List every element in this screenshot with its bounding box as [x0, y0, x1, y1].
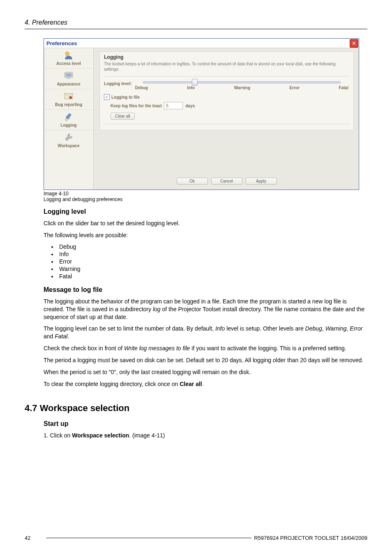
card-separator: [104, 76, 349, 76]
body-paragraph: The logging level can be set to limit th…: [44, 325, 367, 340]
card-separator-bottom: [104, 124, 349, 124]
sidebar-item-label: Appearance: [57, 82, 80, 86]
logging-level-heading: Logging level: [44, 208, 367, 215]
logging-level-row: Logging level: Debug Info Warning Error: [104, 79, 349, 90]
sidebar-item-access-level[interactable]: Access level: [44, 48, 93, 69]
sidebar-item-label: Access level: [56, 61, 81, 66]
list-item: Fatal: [58, 273, 367, 280]
footer-rule: [46, 538, 251, 538]
ok-button[interactable]: Ok: [177, 178, 208, 185]
tick-info: Info: [187, 86, 194, 90]
cancel-button[interactable]: Cancel: [211, 178, 242, 185]
body-paragraph: When the period is set to "0", only the …: [44, 368, 367, 376]
titlebar: Preferences ✕: [44, 39, 359, 48]
sidebar-item-workspace[interactable]: Workspace: [44, 130, 93, 150]
monitor-icon: [63, 70, 74, 81]
body-paragraph: The period a logging must be saved on di…: [44, 356, 367, 364]
workspace-selection-heading: 4.7 Workspace selection: [25, 403, 367, 414]
message-to-log-file-heading: Message to log file: [44, 286, 367, 294]
body-paragraph: Click on the slider bar to set the desir…: [44, 220, 367, 227]
sidebar-item-bug-reporting[interactable]: Bug reporting: [44, 89, 93, 110]
logging-to-file-row: ✓ Logging to file: [104, 94, 349, 100]
card-title: Logging: [104, 54, 349, 60]
envelope-icon: [63, 91, 74, 102]
window-title: Preferences: [44, 40, 77, 46]
dialog-body: Access level Appearance: [44, 48, 359, 190]
keep-files-prefix: Keep log files for the least: [111, 104, 161, 108]
keep-files-input[interactable]: 5: [164, 102, 183, 109]
levels-list: Debug Info Error Warning Fatal: [49, 243, 367, 280]
tick-error: Error: [290, 86, 300, 90]
sidebar: Access level Appearance: [44, 48, 94, 190]
body-paragraph: The following levels are possible:: [44, 231, 367, 239]
sidebar-item-label: Bug reporting: [55, 102, 82, 107]
list-item: Info: [58, 251, 367, 257]
keep-files-row: Keep log files for the least 5 days: [111, 102, 349, 109]
close-icon[interactable]: ✕: [350, 39, 358, 48]
tick-fatal: Fatal: [339, 86, 348, 90]
sidebar-item-label: Logging: [60, 123, 76, 127]
svg-rect-3: [67, 78, 70, 79]
clear-all-button[interactable]: Clear all: [111, 113, 135, 120]
pen-icon: [63, 111, 74, 122]
sidebar-item-logging[interactable]: Logging: [44, 110, 93, 130]
logging-to-file-label: Logging to file: [111, 95, 140, 99]
body-paragraph: To clear the complete logging directory,…: [44, 380, 367, 388]
tick-debug: Debug: [135, 86, 148, 90]
sidebar-item-label: Workspace: [58, 143, 79, 148]
chapter-title: 4. Preferences: [25, 19, 367, 26]
header-rule: [25, 29, 367, 29]
svg-rect-2: [66, 73, 72, 76]
body-paragraph: The logging about the behavior of the pr…: [44, 298, 367, 321]
keep-files-suffix: days: [185, 104, 195, 108]
logging-to-file-checkbox[interactable]: ✓: [104, 94, 110, 100]
svg-point-0: [65, 52, 69, 56]
wrench-icon: [63, 132, 74, 143]
list-item: Debug: [58, 243, 367, 250]
dialog-button-bar: Ok Cancel Apply: [99, 174, 354, 188]
user-icon: [63, 50, 74, 60]
list-item: Error: [58, 258, 367, 265]
image-caption-text: Logging and debugging preferences: [44, 197, 367, 202]
footer: 42 R5976924 PROJECTOR TOOLSET 16/04/2009: [25, 535, 367, 541]
list-item: Warning: [58, 266, 367, 272]
content-pane: Logging The toolset keeps a lot of infor…: [94, 48, 359, 190]
logging-card: Logging The toolset keeps a lot of infor…: [99, 51, 354, 130]
page-number: 42: [25, 535, 44, 541]
body-paragraph: Check the check box in front of Write lo…: [44, 345, 367, 352]
start-up-heading: Start up: [44, 420, 367, 428]
logging-level-slider[interactable]: Debug Info Warning Error Fatal: [134, 79, 349, 90]
footer-revision: R5976924 PROJECTOR TOOLSET 16/04/2009: [254, 535, 367, 541]
image-caption-number: Image 4-10: [44, 191, 367, 197]
svg-point-5: [69, 96, 72, 99]
preferences-dialog: Preferences ✕ Access level: [44, 38, 359, 190]
body-paragraph: 1. Click on Workspace selection. (image …: [44, 432, 367, 439]
logging-level-label: Logging level:: [104, 79, 132, 86]
card-description: The toolset keeps a lot of information i…: [104, 61, 349, 72]
tick-warning: Warning: [234, 86, 250, 90]
sidebar-item-appearance[interactable]: Appearance: [44, 69, 93, 89]
apply-button[interactable]: Apply: [246, 178, 277, 185]
